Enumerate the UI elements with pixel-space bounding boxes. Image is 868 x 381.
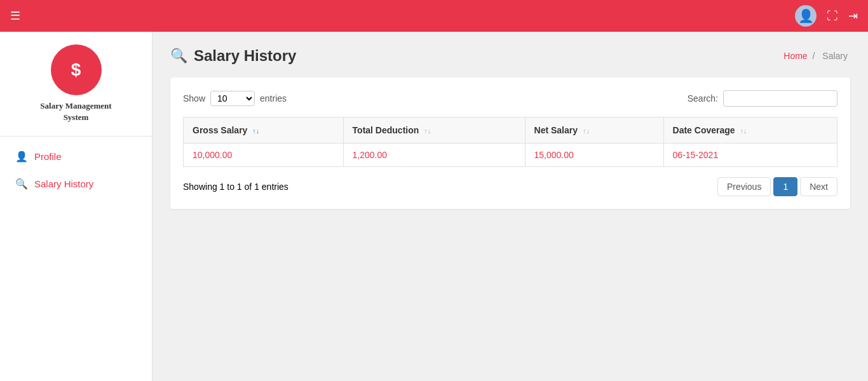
fullscreen-icon[interactable]: ⛶ <box>827 10 838 23</box>
page-title-icon: 🔍 <box>170 48 187 64</box>
cell-gross-salary: 10,000.00 <box>184 144 344 167</box>
cell-net-salary: 15,000.00 <box>525 144 663 167</box>
sidebar-item-label-profile: Profile <box>34 151 62 162</box>
salary-history-icon: 🔍 <box>15 178 28 190</box>
showing-text: Showing 1 to 1 of 1 entries <box>183 182 288 192</box>
showing-of: 1 <box>254 182 259 192</box>
profile-icon: 👤 <box>15 150 28 163</box>
show-label: Show <box>183 93 205 104</box>
search-input[interactable] <box>723 90 837 107</box>
table-body: 10,000.00 1,200.00 15,000.00 06-15-2021 <box>184 144 837 167</box>
navbar-left: ☰ <box>10 9 20 23</box>
sidebar-item-label-salary-history: Salary History <box>34 178 93 189</box>
breadcrumb: Home / Salary <box>783 51 850 61</box>
hamburger-icon[interactable]: ☰ <box>10 9 20 23</box>
breadcrumb-home[interactable]: Home <box>783 51 807 61</box>
col-gross-salary[interactable]: Gross Salary ↑↓ <box>184 117 344 144</box>
showing-of-label: of <box>245 182 255 192</box>
logout-icon[interactable]: ⇥ <box>848 9 858 23</box>
cell-total-deduction: 1,200.00 <box>343 144 525 167</box>
table-header: Gross Salary ↑↓ Total Deduction ↑↓ Net S… <box>184 117 837 144</box>
search-label: Search: <box>688 93 718 104</box>
logo-symbol: $ <box>71 60 81 80</box>
table-row: 10,000.00 1,200.00 15,000.00 06-15-2021 <box>184 144 837 167</box>
pagination-area: Showing 1 to 1 of 1 entries Previous 1 N… <box>183 177 837 196</box>
search-area: Search: <box>688 90 837 107</box>
logo-text: Salary Management System <box>40 100 111 123</box>
sidebar-divider <box>0 136 152 137</box>
sidebar: $ Salary Management System 👤 Profile 🔍 S… <box>0 32 153 381</box>
entries-select[interactable]: 10 25 50 100 <box>210 91 255 106</box>
page-header: 🔍 Salary History Home / Salary <box>170 47 850 65</box>
showing-to: 1 <box>237 182 242 192</box>
sort-icon-net: ↑↓ <box>583 127 590 135</box>
body-wrapper: $ Salary Management System 👤 Profile 🔍 S… <box>0 32 868 381</box>
user-avatar[interactable]: 👤 <box>795 5 817 27</box>
navbar-right: 👤 ⛶ ⇥ <box>795 5 858 27</box>
logo-circle: $ <box>51 44 102 95</box>
avatar-icon: 👤 <box>798 8 814 23</box>
showing-suffix: entries <box>262 182 288 192</box>
sidebar-nav: 👤 Profile 🔍 Salary History <box>0 143 152 197</box>
breadcrumb-separator: / <box>813 51 815 61</box>
pagination-buttons: Previous 1 Next <box>717 177 837 196</box>
cell-date-coverage: 06-15-2021 <box>663 144 837 167</box>
page-title: Salary History <box>194 47 296 65</box>
sort-icon-gross: ↑↓ <box>252 127 259 135</box>
showing-prefix: Showing <box>183 182 217 192</box>
data-card: Show 10 25 50 100 entries Search: <box>170 77 850 209</box>
navbar: ☰ 👤 ⛶ ⇥ <box>0 0 868 32</box>
sidebar-item-profile[interactable]: 👤 Profile <box>0 143 152 170</box>
salary-table: Gross Salary ↑↓ Total Deduction ↑↓ Net S… <box>183 117 837 167</box>
sort-icon-date: ↑↓ <box>740 127 747 135</box>
page-title-area: 🔍 Salary History <box>170 47 296 65</box>
page-1-button[interactable]: 1 <box>773 177 797 196</box>
main-content: 🔍 Salary History Home / Salary Show 10 2… <box>153 32 868 381</box>
showing-to-label: to <box>227 182 237 192</box>
sidebar-item-salary-history[interactable]: 🔍 Salary History <box>0 170 152 197</box>
next-button[interactable]: Next <box>800 177 837 196</box>
card-top-controls: Show 10 25 50 100 entries Search: <box>183 90 837 107</box>
sort-icon-deduction: ↑↓ <box>424 127 431 135</box>
entries-label: entries <box>260 93 287 104</box>
previous-button[interactable]: Previous <box>717 177 771 196</box>
col-total-deduction[interactable]: Total Deduction ↑↓ <box>343 117 525 144</box>
col-net-salary[interactable]: Net Salary ↑↓ <box>525 117 663 144</box>
showing-from: 1 <box>220 182 225 192</box>
show-entries-control: Show 10 25 50 100 entries <box>183 91 287 106</box>
col-date-coverage[interactable]: Date Coverage ↑↓ <box>663 117 837 144</box>
breadcrumb-current: Salary <box>822 51 848 61</box>
